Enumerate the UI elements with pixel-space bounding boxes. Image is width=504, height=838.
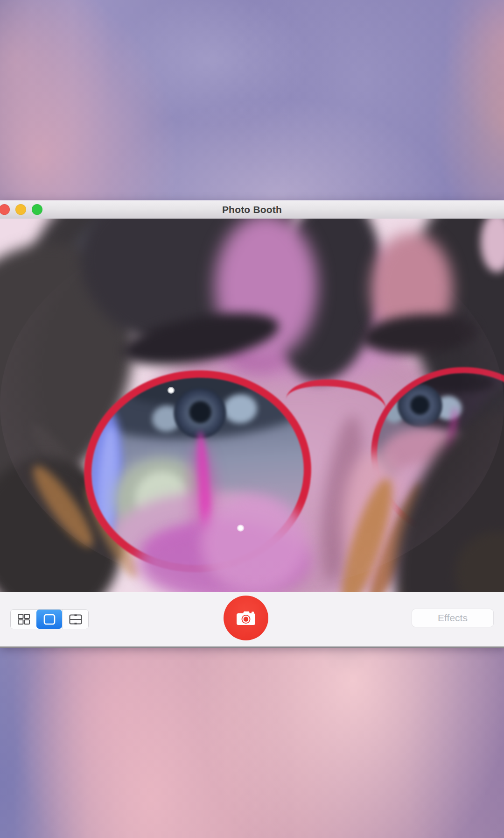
- view-mode-segmented-control: [10, 609, 89, 629]
- toolbar: Effects: [0, 592, 504, 648]
- filmstrip-icon: [69, 613, 83, 625]
- view-mode-single[interactable]: [36, 610, 62, 629]
- photo-vignette: [0, 219, 504, 592]
- camera-preview: [0, 219, 504, 592]
- desktop-screen: { "window": { "title": "Photo Booth", "t…: [0, 0, 504, 838]
- camera-icon: [235, 610, 257, 626]
- take-photo-button[interactable]: [224, 596, 268, 640]
- view-mode-four-up[interactable]: [11, 610, 36, 629]
- desktop-wallpaper-top: [0, 0, 504, 200]
- title-bar: Photo Booth: [0, 200, 504, 219]
- desktop-wallpaper-bottom: [0, 648, 504, 838]
- photo-booth-window: Photo Booth: [0, 200, 504, 648]
- grid-icon: [17, 613, 31, 625]
- window-title: Photo Booth: [0, 200, 504, 219]
- view-mode-film[interactable]: [62, 610, 88, 629]
- square-icon: [42, 613, 56, 625]
- effects-button[interactable]: Effects: [412, 609, 494, 627]
